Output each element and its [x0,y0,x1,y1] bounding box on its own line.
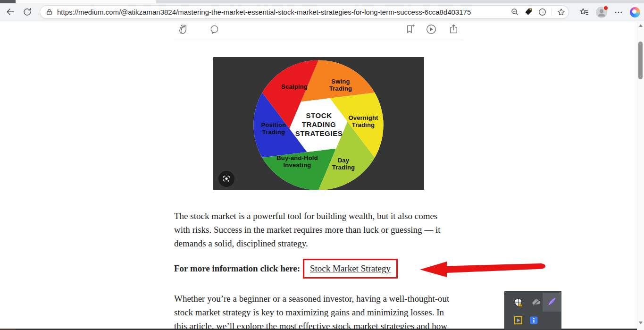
address-bar-divider [552,8,552,16]
windows-security-tray-button[interactable] [513,297,523,307]
comment-icon [209,25,219,34]
listen-button[interactable] [426,24,437,37]
feather-tray-button[interactable] [547,296,557,307]
refresh-button[interactable] [21,5,34,18]
settings-ellipsis-icon[interactable] [614,8,623,17]
label-buyhold: Buy-and-Hold Investing [276,155,318,169]
action-bar-divider [174,40,463,40]
label-position: Position Trading [261,122,286,136]
address-bar[interactable]: https://medium.com/@atikzaman3824/master… [40,5,569,19]
split-ellipsis-icon[interactable] [538,8,547,17]
onedrive-tray-button[interactable] [531,297,542,307]
profile-avatar[interactable] [596,7,607,18]
back-button[interactable] [4,5,17,18]
feather-pen-icon [547,297,557,306]
shopping-tag-icon[interactable] [524,8,533,17]
share-icon [448,24,459,34]
browser-window: https://medium.com/@atikzaman3824/master… [0,0,644,330]
tab-notch [0,0,16,3]
active-tab[interactable] [16,0,156,3]
bookmark-button[interactable] [405,24,416,36]
refresh-icon [23,7,32,17]
address-bar-actions [510,6,566,18]
favorite-star-icon[interactable] [557,8,566,17]
annotation-red-box: Stock Market Strategy [303,259,398,279]
toolbar-right [579,5,640,19]
google-lens-button[interactable] [218,171,234,187]
cta-label: For more information click here: [174,263,300,274]
label-overnight: Overnight Trading [348,115,378,129]
label-day: Day Trading [332,157,355,171]
paragraph-1: The stock market is a powerful tool for … [174,209,463,250]
url-text[interactable]: https://medium.com/@atikzaman3824/master… [57,8,471,16]
share-button[interactable] [448,24,459,36]
article-figure[interactable]: Scalping Swing Trading Overnight Trading… [213,57,424,190]
annotation-arrow-icon [418,260,549,280]
zoom-out-icon[interactable] [510,8,519,17]
label-scalping: Scalping [281,84,308,91]
cloud-offline-icon [531,297,542,308]
scroll-up-arrow-icon[interactable] [639,24,643,27]
back-icon [5,7,16,17]
information-icon [529,316,538,325]
play-circle-icon [426,24,437,35]
tab-strip [0,0,644,3]
clap-icon [178,24,189,35]
wheel-center-title: STOCK TRADING STRATEGIES [295,111,343,138]
windows-security-shield-icon [513,297,523,307]
site-info-lock-icon[interactable] [45,8,53,16]
bookmark-add-icon [405,24,416,34]
google-lens-icon [222,175,231,183]
scrollbar-thumb[interactable] [638,42,643,79]
info-tray-button[interactable] [528,315,539,325]
copilot-icon[interactable] [630,7,640,17]
comment-button[interactable] [209,25,219,36]
collections-icon[interactable] [579,7,589,17]
notification-dot [603,6,608,10]
system-tray-flyout [504,291,561,330]
page-scrollbar[interactable] [637,22,644,330]
scroll-down-arrow-icon[interactable] [639,322,643,324]
browser-toolbar: https://medium.com/@atikzaman3824/master… [0,3,644,21]
label-swing: Swing Trading [329,78,352,93]
cta-row: For more information click here: Stock M… [174,259,398,279]
media-player-tray-button[interactable] [513,315,523,325]
media-play-icon [514,316,523,325]
clap-button[interactable] [178,24,189,37]
paragraph-2: Whether you’re a beginner or a seasoned … [174,292,463,330]
stock-market-strategy-link[interactable]: Stock Market Strategy [310,263,391,273]
